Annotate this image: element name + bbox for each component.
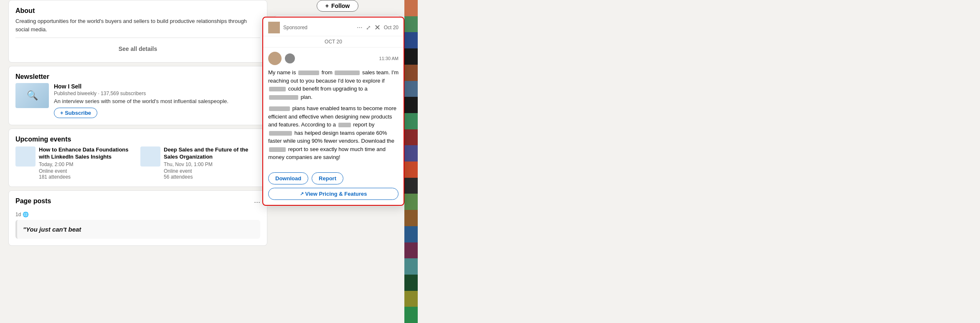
page-posts-menu-icon[interactable]: ··· [254, 198, 260, 207]
msg-text-2: from [322, 69, 333, 76]
popup-message-body: 11:30 AM My name is from sales team. I'm… [263, 48, 404, 169]
post-preview-text: "You just can't beat [23, 226, 81, 233]
page-posts-card: Page posts ··· 1d 🌐 "You just can't beat [8, 190, 267, 246]
strip-segment-5 [404, 81, 418, 97]
msg-blurred-report [269, 147, 286, 152]
strip-segment-7 [404, 113, 418, 129]
post-age: 1d [15, 212, 21, 217]
strip-segment-10 [404, 162, 418, 178]
event-info-1: How to Enhance Data Foundations with Lin… [39, 146, 135, 180]
view-pricing-label: View Pricing & Features [305, 191, 367, 197]
popup-message-header: 11:30 AM [268, 52, 399, 65]
strip-segment-16 [404, 258, 418, 275]
newsletter-meta: Published biweekly · 137,569 subscribers [54, 91, 228, 96]
event-info-2: Deep Sales and the Future of the Sales O… [164, 146, 260, 180]
popup-actions: Download Report ↗ View Pricing & Feature… [263, 169, 404, 205]
post-meta: 1d 🌐 [15, 212, 260, 217]
msg-blurred-plan [269, 95, 298, 100]
strip-segment-13 [404, 210, 418, 226]
events-heading: Upcoming events [15, 136, 260, 143]
follow-top-section: + Follow [274, 0, 401, 12]
popup-message-paragraph2: plans have enabled teams to become more … [268, 104, 399, 162]
popup-resize-icon[interactable]: ⤢ [366, 24, 371, 31]
newsletter-description: An interview series with some of the wor… [54, 98, 228, 104]
event-date-1: Today, 2:00 PM [39, 162, 135, 167]
strip-segment-1 [404, 16, 418, 33]
strip-segment-15 [404, 242, 418, 259]
sponsored-label: Sponsored [283, 25, 307, 30]
view-pricing-button[interactable]: ↗ View Pricing & Features [268, 188, 399, 200]
event-title-2: Deep Sales and the Future of the Sales O… [164, 146, 260, 161]
event-date-2: Thu, Nov 10, 1:00 PM [164, 162, 260, 167]
event-title-1: How to Enhance Data Foundations with Lin… [39, 146, 135, 161]
newsletter-info: How I Sell Published biweekly · 137,569 … [54, 83, 228, 118]
event-type-2: Online event [164, 168, 260, 174]
popup-date-header: OCT 20 [325, 39, 342, 45]
report-label: Report [319, 175, 336, 182]
strip-segment-8 [404, 129, 418, 146]
strip-segment-12 [404, 194, 418, 210]
follow-top-label: Follow [331, 3, 350, 9]
popup-time: 11:30 AM [379, 56, 399, 61]
strip-segment-2 [404, 32, 418, 48]
external-link-icon: ↗ [300, 191, 304, 197]
event-item-2: Deep Sales and the Future of the Sales O… [140, 146, 260, 180]
about-description: Creating opportunities for the world's b… [15, 17, 260, 33]
strip-segment-6 [404, 97, 418, 113]
popup-msg-avatar [268, 52, 282, 65]
msg-blurred-para2-3 [269, 131, 292, 136]
about-card: About Creating opportunities for the wor… [8, 0, 267, 63]
popup-close-icon[interactable]: ✕ [374, 23, 381, 32]
see-all-details-link[interactable]: See all details [15, 42, 260, 56]
report-button[interactable]: Report [312, 172, 343, 184]
newsletter-item: 🔍 How I Sell Published biweekly · 137,56… [15, 83, 260, 118]
download-button[interactable]: Download [268, 172, 308, 184]
event-item: How to Enhance Data Foundations with Lin… [15, 146, 135, 180]
strip-segment-14 [404, 226, 418, 242]
msg-blurred-para2-2 [338, 123, 351, 127]
popup-download-row: Download Report [268, 172, 399, 184]
popup-header: Sponsored ··· ⤢ ✕ Oct 20 [263, 18, 404, 36]
subscribe-button[interactable]: + Subscribe [54, 108, 97, 118]
download-label: Download [275, 175, 301, 182]
popup-header-controls: ··· ⤢ ✕ Oct 20 [357, 23, 399, 32]
strip-segment-17 [404, 275, 418, 291]
newsletter-thumbnail: 🔍 [15, 83, 49, 108]
msg-para2-text2: report by [353, 121, 374, 128]
strip-segment-11 [404, 178, 418, 194]
msg-text-5: plan. [301, 94, 312, 100]
event-thumbnail-1 [15, 146, 36, 167]
msg-para2-text4: report to see exactly how much time and … [268, 146, 386, 161]
event-attendees-2: 56 attendees [164, 174, 260, 180]
post-globe-icon: 🌐 [23, 212, 29, 217]
right-color-strip [404, 0, 418, 323]
strip-segment-4 [404, 65, 418, 81]
popup-sender-avatar [268, 22, 280, 33]
popup-date: Oct 20 [384, 25, 399, 30]
popup-message-text: My name is from sales team. I'm reaching… [268, 68, 399, 101]
msg-text-4: could benefit from upgrading to a [288, 86, 368, 92]
events-card: Upcoming events How to Enhance Data Foun… [8, 129, 267, 187]
msg-text-1: My name is [268, 69, 296, 76]
popup-date-divider: OCT 20 [263, 36, 404, 48]
newsletter-thumb-icon: 🔍 [27, 90, 38, 101]
popup-msg-avatar-small [285, 53, 295, 63]
msg-blurred-product [269, 87, 286, 91]
newsletter-title: How I Sell [54, 83, 228, 90]
events-grid: How to Enhance Data Foundations with Lin… [15, 146, 260, 180]
page-posts-header: Page posts ··· [15, 197, 260, 207]
page-posts-heading: Page posts [15, 197, 51, 205]
popup-menu-dots-icon[interactable]: ··· [357, 24, 362, 31]
strip-segment-18 [404, 291, 418, 307]
event-type-1: Online event [39, 168, 135, 174]
strip-segment-3 [404, 48, 418, 65]
strip-segment-9 [404, 145, 418, 162]
newsletter-card: Newsletter 🔍 How I Sell Published biweek… [8, 66, 267, 125]
post-preview: "You just can't beat [15, 220, 260, 239]
plus-icon: + [325, 3, 329, 9]
msg-blurred-company [335, 71, 360, 75]
follow-top-button[interactable]: + Follow [317, 0, 359, 12]
msg-blurred-name [298, 71, 319, 75]
newsletter-heading: Newsletter [15, 73, 260, 81]
event-thumbnail-2 [140, 146, 160, 167]
